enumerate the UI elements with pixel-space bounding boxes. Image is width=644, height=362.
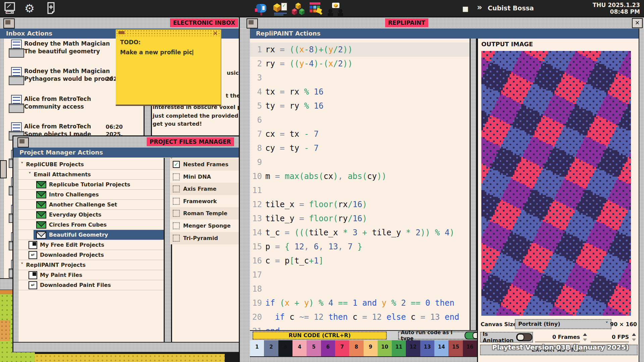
manager-title: PROJECT FILES MANAGER xyxy=(147,137,234,146)
replipaint-titlebar[interactable]: REPLIPAINT ✕ xyxy=(240,17,644,29)
tree-item-circles-from-cubes[interactable]: Circles From Cubes xyxy=(18,220,164,230)
checkbox-unchecked-icon[interactable] xyxy=(173,222,180,229)
inbox-titlebar[interactable]: ELECTRONIC INBOX xyxy=(0,17,239,29)
code-token: 16 xyxy=(314,87,324,97)
palette-swatch-6[interactable]: 6 xyxy=(321,340,335,356)
chevron-down-icon[interactable]: ˅ xyxy=(29,172,31,178)
code-token: p xyxy=(285,256,289,265)
palette-swatch-16[interactable]: 16 xyxy=(463,340,477,356)
replipaint-right-scrollbar[interactable] xyxy=(639,28,644,362)
replipaint-window-icon[interactable] xyxy=(247,18,258,28)
code-editor[interactable]: 1rx = ((x-8)+(y/2))2ry = ((y-4)-(x/2))34… xyxy=(250,39,470,330)
tree-item-email-attachments[interactable]: ˅Email Attachments xyxy=(18,170,164,180)
file-row-nested-frames[interactable]: ✓Nested Frames xyxy=(170,158,250,171)
fps-field[interactable]: 0 FPS xyxy=(591,332,638,343)
palette-swatch-14[interactable]: 14 xyxy=(434,340,448,356)
code-token: rx xyxy=(265,45,280,54)
code-token: + xyxy=(309,256,314,265)
code-token: 4 xyxy=(309,59,314,68)
tree-item-everyday-objects[interactable]: Everyday Objects xyxy=(18,210,164,220)
code-token: and xyxy=(362,298,382,308)
fps-stepper[interactable] xyxy=(631,333,637,342)
code-token: tile_x xyxy=(309,228,343,237)
manager-menu[interactable]: Project Manager Actions xyxy=(13,147,251,158)
text-caret xyxy=(193,50,193,55)
code-token: 6 xyxy=(314,242,319,251)
skip-icon[interactable]: » xyxy=(477,3,482,12)
sticky-note-text[interactable]: Make a new profile pic xyxy=(120,49,193,56)
palette-swatch-8[interactable]: 8 xyxy=(349,340,363,356)
computer-icon[interactable] xyxy=(3,2,17,15)
envelope-pocket-icon xyxy=(9,48,24,58)
code-token: )+( xyxy=(314,45,328,54)
stop-icon[interactable]: ■ xyxy=(462,5,469,13)
palette-swatch-3[interactable]: 3 xyxy=(278,340,292,356)
file-row-menger-sponge[interactable]: Menger Sponge xyxy=(170,220,250,232)
tree-item-intro-challenges[interactable]: Intro Challenges xyxy=(18,190,164,200)
tree-item-my-paint-files[interactable]: My Paint Files xyxy=(18,270,164,280)
sticky-note[interactable]: ✕ TODO: Make a new profile pic xyxy=(116,29,221,106)
gear-icon[interactable]: ⚙ xyxy=(23,2,36,15)
checkbox-unchecked-icon[interactable] xyxy=(173,235,180,242)
file-row-tri-pyramid[interactable]: Tri-Pyramid xyxy=(170,232,250,244)
chevron-down-icon[interactable]: ˅ xyxy=(21,262,23,268)
palette-swatch-number: 7 xyxy=(340,344,344,350)
autorun-control[interactable]: Auto run code as I type xyxy=(398,331,481,340)
community-cube-icon[interactable] xyxy=(327,2,343,15)
chevron-down-icon[interactable]: ˅ xyxy=(21,162,23,168)
file-row-framework[interactable]: Framework xyxy=(170,195,250,207)
code-token: x xyxy=(299,45,304,54)
frames-stepper[interactable] xyxy=(582,333,588,342)
line-number: 2 xyxy=(251,57,262,71)
palette-swatch-10[interactable]: 10 xyxy=(378,340,392,356)
palette-swatch-15[interactable]: 15 xyxy=(448,340,463,356)
sticky-note-handle[interactable] xyxy=(118,31,124,34)
tree-item-replicube-tutorial-projects[interactable]: Replicube Tutorial Projects xyxy=(18,180,164,190)
tree-item-downloaded-paint-files[interactable]: ↵Downloaded Paint Files xyxy=(18,280,164,290)
close-icon[interactable]: ✕ xyxy=(632,18,643,28)
replipaint-menu[interactable]: RepliPAINT Actions xyxy=(250,28,639,39)
code-token: 4 xyxy=(328,298,338,308)
is-animation-toggle[interactable] xyxy=(516,333,532,341)
checkbox-unchecked-icon[interactable] xyxy=(173,198,180,205)
frames-field[interactable]: 0 Frames xyxy=(535,332,589,343)
run-code-button[interactable]: RUN CODE (CTRL+R) xyxy=(253,331,387,340)
palette-swatch-7[interactable]: 7 xyxy=(335,340,349,356)
checkbox-unchecked-icon[interactable] xyxy=(173,173,180,180)
file-row-mini-dna[interactable]: Mini DNA xyxy=(170,171,250,183)
checkbox-unchecked-icon[interactable] xyxy=(173,210,180,217)
manager-titlebar[interactable]: PROJECT FILES MANAGER xyxy=(13,136,251,148)
palette-swatch-4[interactable]: 4 xyxy=(292,340,307,356)
checkbox-unchecked-icon[interactable] xyxy=(173,185,180,192)
code-editor-scrollbar[interactable] xyxy=(470,39,477,330)
tasks-cube-icon[interactable]: ✓ xyxy=(272,2,288,15)
tree-item-downloaded-projects[interactable]: ↵Downloaded Projects xyxy=(18,250,164,260)
tree-item-replipaint-projects[interactable]: ˅RepliPAINT Projects xyxy=(18,260,164,270)
paint-grid-icon[interactable] xyxy=(308,2,323,15)
mailbox-icon[interactable] xyxy=(254,2,268,15)
palette-swatch-11[interactable]: 11 xyxy=(392,340,406,356)
palette-swatch-1[interactable]: 1 xyxy=(250,340,264,356)
cubes-icon[interactable] xyxy=(290,2,306,15)
file-row-roman-temple[interactable]: Roman Temple xyxy=(170,207,250,220)
palette-swatch-2[interactable]: 2 xyxy=(264,340,278,356)
tree-item-beautiful-geometry[interactable]: Beautiful Geometry xyxy=(18,230,164,240)
palette-swatch-12[interactable]: 12 xyxy=(406,340,420,356)
palette-swatch-5[interactable]: 5 xyxy=(307,340,321,356)
canvas-size-dropdown[interactable]: Portrait (tiny) ˅ xyxy=(515,319,611,329)
code-token: = xyxy=(280,87,289,97)
is-animation-control[interactable]: Is Animation xyxy=(480,332,533,343)
tree-item-my-free-edit-projects[interactable]: My Free Edit Projects xyxy=(18,240,164,250)
palette-swatch-9[interactable]: 9 xyxy=(364,340,378,356)
new-file-icon[interactable] xyxy=(45,2,58,15)
palette-swatch-13[interactable]: 13 xyxy=(420,340,434,356)
tree-item-replicube-projects[interactable]: ˅RepliCUBE Projects xyxy=(18,160,164,170)
code-line-14: 14t_c = (((tile_x * 3 + tile_y * 2)) % 4… xyxy=(250,226,470,240)
sticky-note-drag-band[interactable] xyxy=(116,29,221,36)
file-row-axis-frame[interactable]: Axis Frame xyxy=(170,183,250,195)
tree-item-another-challenge-set[interactable]: Another Challenge Set xyxy=(18,200,164,210)
manager-window-icon[interactable] xyxy=(17,137,29,147)
checkbox-checked-icon[interactable]: ✓ xyxy=(173,161,180,168)
sticky-note-close-icon[interactable]: ✕ xyxy=(213,29,218,37)
inbox-window-icon[interactable] xyxy=(3,18,15,28)
